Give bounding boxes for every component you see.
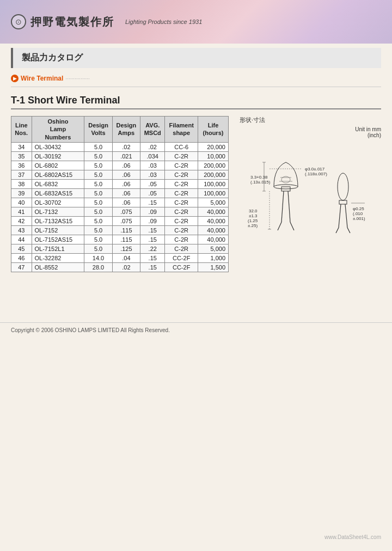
col-header-da: DesignAmps — [112, 117, 140, 143]
cell-line: 38 — [11, 179, 32, 188]
company-logo: ⊙ 押野電気製作所 Lighting Products since 1931 — [11, 14, 202, 29]
col-header-line: LineNos. — [11, 117, 32, 143]
diagram-svg: φ3.0±.017 (.118±.007) 3.3+0.38 (.13±.015… — [240, 140, 381, 304]
cell-line: 46 — [11, 253, 32, 262]
cell-dv: 5.0 — [84, 179, 112, 188]
svg-line-25 — [339, 204, 341, 228]
diagram-area: 形状·寸法 Unit in mm (inch) — [240, 116, 381, 304]
watermark: www.DataSheet4L.com — [324, 534, 381, 540]
cell-da: .075 — [112, 216, 140, 225]
svg-line-6 — [288, 191, 290, 222]
table-row: 47 OL-8552 28.0 .02 .15 CC-2F 1,500 — [11, 262, 229, 272]
cell-life: 20,000 — [198, 142, 228, 151]
col-header-dv: DesignVolts — [84, 117, 112, 143]
cell-avg: .15 — [140, 253, 165, 262]
cell-lamp: OL-30702 — [32, 198, 84, 207]
cell-fil: C-2R — [165, 179, 198, 188]
col-header-life: Life(hours) — [198, 117, 228, 143]
cell-da: .06 — [112, 161, 140, 170]
cell-da: .06 — [112, 198, 140, 207]
cell-life: 100,000 — [198, 188, 228, 198]
divider — [11, 87, 381, 87]
cell-fil: CC-6 — [165, 142, 198, 151]
cell-line: 44 — [11, 235, 32, 244]
cell-avg: .22 — [140, 244, 165, 253]
table-row: 35 OL-30192 5.0 .021 .034 C-2R 10,000 — [11, 151, 229, 161]
svg-text:(1.25: (1.25 — [248, 218, 258, 223]
cell-da: .02 — [112, 142, 140, 151]
cell-lamp: OL-6832 — [32, 179, 84, 188]
cell-fil: C-2R — [165, 170, 198, 179]
cell-life: 40,000 — [198, 216, 228, 225]
logo-icon: ⊙ — [11, 14, 26, 29]
cell-dv: 5.0 — [84, 235, 112, 244]
svg-text:(.13±.015): (.13±.015) — [250, 180, 271, 185]
header-tagline: Lighting Products since 1931 — [125, 19, 202, 25]
table-row: 34 OL-30432 5.0 .02 .02 CC-6 20,000 — [11, 142, 229, 151]
catalog-banner-label: 製品力カタログ — [22, 53, 83, 62]
col-header-lamp: OshinoLampNumbers — [32, 117, 84, 143]
svg-line-27 — [336, 228, 339, 233]
cell-line: 36 — [11, 161, 32, 170]
cell-fil: C-2R — [165, 151, 198, 161]
cell-fil: C-2R — [165, 216, 198, 225]
svg-text:±.001): ±.001) — [353, 216, 365, 221]
cell-avg: .02 — [140, 142, 165, 151]
breadcrumb-link[interactable]: Wire Terminal — [21, 75, 63, 82]
table-row: 42 OL-7132AS15 5.0 .075 .09 C-2R 40,000 — [11, 216, 229, 225]
cell-lamp: OL-6832AS15 — [32, 188, 84, 198]
breadcrumb-separator: ················ — [65, 76, 89, 82]
cell-lamp: OL-32282 — [32, 253, 84, 262]
cell-lamp: OL-30192 — [32, 151, 84, 161]
cell-avg: .03 — [140, 161, 165, 170]
cell-life: 1,500 — [198, 262, 228, 272]
cell-dv: 14.0 — [84, 253, 112, 262]
cell-avg: .05 — [140, 188, 165, 198]
cell-line: 45 — [11, 244, 32, 253]
cell-life: 200,000 — [198, 170, 228, 179]
breadcrumb: ▶ Wire Terminal ················ — [0, 72, 392, 84]
cell-da: .06 — [112, 170, 140, 179]
section-title: T-1 Short Wire Terminal — [11, 95, 381, 109]
cell-line: 42 — [11, 216, 32, 225]
cell-lamp: OL-7132 — [32, 207, 84, 216]
cell-line: 37 — [11, 170, 32, 179]
col-header-fil: Filamentshape — [165, 117, 198, 143]
table-row: 41 OL-7132 5.0 .075 .09 C-2R 40,000 — [11, 207, 229, 216]
cell-life: 5,000 — [198, 198, 228, 207]
cell-fil: C-2R — [165, 161, 198, 170]
cell-lamp: OL-7152L1 — [32, 244, 84, 253]
col-header-avg: AVG.MSCd — [140, 117, 165, 143]
cell-lamp: OL-7152AS15 — [32, 235, 84, 244]
cell-dv: 5.0 — [84, 225, 112, 235]
table-row: 36 OL-6802 5.0 .06 .03 C-2R 200,000 — [11, 161, 229, 170]
svg-rect-24 — [339, 200, 347, 204]
product-table: LineNos. OshinoLampNumbers DesignVolts D… — [11, 116, 229, 272]
cell-da: .075 — [112, 207, 140, 216]
table-row: 39 OL-6832AS15 5.0 .06 .05 C-2R 100,000 — [11, 188, 229, 198]
svg-text:3.3+0.38: 3.3+0.38 — [250, 175, 268, 180]
cell-dv: 5.0 — [84, 142, 112, 151]
cell-da: .115 — [112, 235, 140, 244]
cell-lamp: OL-30432 — [32, 142, 84, 151]
page-header: ⊙ 押野電気製作所 Lighting Products since 1931 — [0, 0, 392, 44]
cell-line: 47 — [11, 262, 32, 272]
cell-life: 40,000 — [198, 207, 228, 216]
cell-line: 35 — [11, 151, 32, 161]
svg-text:32.0: 32.0 — [249, 209, 258, 213]
cell-lamp: OL-8552 — [32, 262, 84, 272]
table-row: 45 OL-7152L1 5.0 .125 .22 C-2R 5,000 — [11, 244, 229, 253]
cell-line: 39 — [11, 188, 32, 198]
main-content: T-1 Short Wire Terminal LineNos. OshinoL… — [0, 89, 392, 309]
cell-avg: .15 — [140, 225, 165, 235]
cell-avg: .15 — [140, 262, 165, 272]
cell-avg: .09 — [140, 216, 165, 225]
cell-avg: .03 — [140, 170, 165, 179]
footer: Copyright © 2006 OSHINO LAMPS LIMITED Al… — [0, 322, 392, 338]
diagram-label: 形状·寸法 — [240, 116, 381, 124]
table-row: 37 OL-6802AS15 5.0 .06 .03 C-2R 200,000 — [11, 170, 229, 179]
cell-da: .021 — [112, 151, 140, 161]
svg-point-23 — [338, 173, 348, 200]
cell-life: 40,000 — [198, 225, 228, 235]
cell-fil: C-2R — [165, 207, 198, 216]
